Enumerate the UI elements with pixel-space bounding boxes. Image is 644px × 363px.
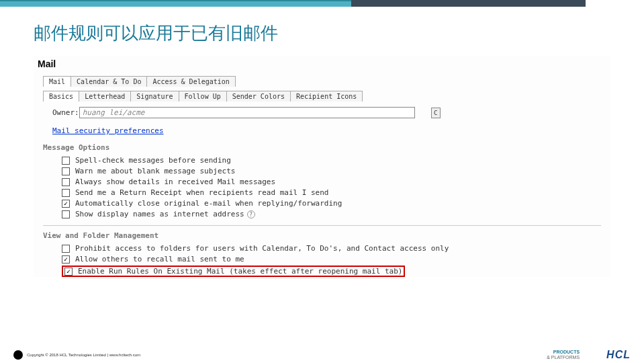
message-option-row: Always show details in received Mail mes… [62, 177, 610, 186]
main-tab-row: MailCalendar & To DoAccess & Delegation [43, 76, 610, 87]
message-option-checkbox-5[interactable] [62, 210, 70, 218]
message-option-row: Spell-check messages before sending [62, 156, 610, 165]
message-option-label: Send me a Return Receipt when recipients… [75, 188, 329, 197]
view-folder-option-row: Prohibit access to folders for users wit… [62, 244, 610, 253]
view-folder-option-row: Allow others to recall mail sent to me [62, 255, 610, 264]
sub-tab-signature[interactable]: Signature [130, 91, 179, 102]
sub-tab-letterhead[interactable]: Letterhead [79, 91, 131, 102]
message-option-checkbox-1[interactable] [62, 167, 70, 175]
sub-tab-row: BasicsLetterheadSignatureFollow UpSender… [43, 91, 610, 102]
top-accent-bar [0, 0, 644, 7]
message-option-label: Show display names as internet address [75, 210, 244, 218]
message-option-row: Show display names as internet address? [62, 210, 610, 218]
message-option-row: Warn me about blank message subjects [62, 167, 610, 175]
main-tab-calendar-to-do[interactable]: Calendar & To Do [71, 76, 147, 87]
panel-header: Mail [34, 56, 610, 72]
sub-tab-basics[interactable]: Basics [43, 91, 79, 102]
view-folder-option-row: Enable Run Rules On Existing Mail (takes… [62, 266, 610, 277]
owner-picker-button[interactable]: C [431, 108, 441, 118]
view-folder-option-label: Prohibit access to folders for users wit… [75, 244, 449, 253]
message-option-checkbox-4[interactable] [62, 200, 70, 208]
message-option-checkbox-2[interactable] [62, 178, 70, 186]
hcl-logo: HCL [606, 349, 631, 361]
message-option-row: Automatically close original e-mail when… [62, 199, 610, 208]
mail-security-link[interactable]: Mail security preferences [52, 126, 164, 135]
message-option-label: Always show details in received Mail mes… [75, 177, 275, 186]
message-option-label: Spell-check messages before sending [75, 156, 231, 165]
owner-input[interactable] [79, 107, 415, 118]
view-folder-option-checkbox-0[interactable] [62, 245, 70, 253]
footer-bullet-icon [13, 350, 23, 360]
view-folder-header: View and Folder Management [43, 231, 610, 240]
view-folder-option-label: Enable Run Rules On Existing Mail (takes… [78, 267, 402, 276]
slide-title: 邮件规则可以应用于已有旧邮件 [34, 22, 610, 45]
sub-tab-sender-colors[interactable]: Sender Colors [226, 91, 291, 102]
help-icon[interactable]: ? [247, 210, 255, 218]
view-folder-option-label: Allow others to recall mail sent to me [75, 255, 244, 264]
message-option-checkbox-0[interactable] [62, 157, 70, 165]
products-platforms-logo: PRODUCTS & PLATFORMS [547, 350, 580, 360]
owner-label: Owner: [52, 108, 79, 117]
mail-preferences-panel: Mail MailCalendar & To DoAccess & Delega… [34, 56, 610, 277]
message-option-checkbox-3[interactable] [62, 189, 70, 197]
message-option-label: Automatically close original e-mail when… [75, 199, 342, 208]
main-tab-access-delegation[interactable]: Access & Delegation [146, 76, 235, 87]
slide-footer: Copyright © 2018 HCL Technologies Limite… [0, 347, 644, 363]
footer-copyright: Copyright © 2018 HCL Technologies Limite… [27, 353, 547, 357]
main-tab-mail[interactable]: Mail [43, 76, 71, 87]
view-folder-option-checkbox-2[interactable] [64, 268, 73, 276]
sub-tab-follow-up[interactable]: Follow Up [179, 91, 227, 102]
message-option-row: Send me a Return Receipt when recipients… [62, 188, 610, 197]
view-folder-option-checkbox-1[interactable] [62, 255, 70, 264]
message-option-label: Warn me about blank message subjects [75, 167, 235, 175]
sub-tab-recipient-icons[interactable]: Recipient Icons [290, 91, 363, 102]
section-divider [43, 225, 601, 226]
message-options-header: Message Options [43, 143, 610, 152]
